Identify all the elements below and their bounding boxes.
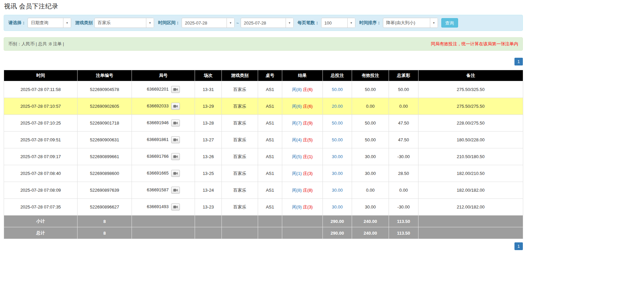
summary-row: 小计8290.00240.00113.50	[4, 216, 523, 227]
summary-payout: 113.50	[389, 227, 418, 239]
chevron-down-icon[interactable]: ▼	[430, 18, 438, 28]
video-icon	[173, 188, 178, 192]
date-from-picker[interactable]: 2025-07-28 ▼	[182, 18, 235, 28]
cell-total-bet: 50.00	[323, 81, 352, 98]
date-from-value: 2025-07-28	[182, 20, 210, 26]
cell-round: 636691493	[132, 199, 195, 216]
cell-game-type: 百家乐	[222, 165, 258, 182]
query-type-value: 日期查询	[28, 20, 51, 26]
round-video-button[interactable]	[171, 187, 180, 194]
total-bet-link[interactable]: 50.00	[332, 121, 343, 126]
cell-valid-bet: 0.00	[352, 98, 389, 115]
table-row: 2025-07-28 07:11:58522690904578636692201…	[4, 81, 523, 98]
summary-payout: 113.50	[389, 216, 418, 227]
cell-total-bet: 50.00	[323, 132, 352, 148]
page-1-button[interactable]: 1	[514, 58, 523, 65]
chevron-down-icon[interactable]: ▼	[227, 18, 234, 28]
round-video-button[interactable]	[171, 136, 180, 143]
cell-remark: 228.00/275.50	[418, 115, 523, 132]
total-bet-link[interactable]: 30.00	[332, 171, 343, 176]
column-header: 游戏类别	[222, 70, 258, 81]
summary-label: 总计	[4, 227, 78, 239]
query-type-select[interactable]: 日期查询 ▼	[28, 18, 71, 28]
cell-valid-bet: 30.00	[352, 165, 389, 182]
round-video-button[interactable]	[171, 203, 180, 210]
cell-bet-id: 522690900631	[78, 132, 132, 148]
total-bet-link[interactable]: 30.00	[332, 154, 343, 159]
result-player: 闲(6)	[292, 104, 302, 109]
cell-time: 2025-07-28 07:11:58	[4, 81, 78, 98]
summary-empty	[132, 227, 195, 239]
chevron-down-icon[interactable]: ▼	[146, 18, 154, 28]
cell-result: 闲(8) 庄(6)	[282, 81, 323, 98]
cell-table-number: AS1	[258, 132, 282, 148]
search-button[interactable]: 查询	[441, 18, 458, 28]
summary-empty	[132, 216, 195, 227]
cell-result: 闲(9) 庄(3)	[282, 199, 323, 216]
cell-session: 13-29	[195, 98, 222, 115]
sort-value: 降幂(由大到小)	[383, 20, 418, 26]
cell-round: 636691587	[132, 182, 195, 199]
page-container: 视讯 会员下注纪录 请选择： 日期查询 ▼ 游戏类别 百家乐 ▼ 时间区间： 2…	[4, 2, 523, 250]
records-foot: 小计8290.00240.00113.50总计8290.00240.00113.…	[4, 216, 523, 239]
page-size-value: 100	[321, 20, 335, 26]
cell-bet-id: 522690904578	[78, 81, 132, 98]
round-video-button[interactable]	[171, 170, 180, 177]
cell-payout: -30.00	[389, 199, 418, 216]
total-bet-link[interactable]: 50.00	[332, 137, 343, 142]
round-video-button[interactable]	[171, 153, 180, 160]
game-type-select[interactable]: 百家乐 ▼	[94, 18, 154, 28]
cell-total-bet: 30.00	[323, 165, 352, 182]
cell-game-type: 百家乐	[222, 81, 258, 98]
result-player: 闲(4)	[292, 137, 302, 142]
column-header: 时间	[4, 70, 78, 81]
video-icon	[173, 104, 178, 108]
cell-round: 636691665	[132, 165, 195, 182]
cell-table-number: AS1	[258, 148, 282, 165]
video-icon	[173, 121, 178, 125]
round-video-button[interactable]	[171, 120, 180, 127]
cell-total-bet: 30.00	[323, 148, 352, 165]
table-row: 2025-07-28 07:10:25522690901718636691946…	[4, 115, 523, 132]
page-size-select[interactable]: 100 ▼	[321, 18, 355, 28]
total-bet-link[interactable]: 20.00	[332, 104, 343, 109]
cell-valid-bet: 50.00	[352, 132, 389, 148]
total-bet-link[interactable]: 30.00	[332, 204, 343, 209]
summary-label: 小计	[4, 216, 78, 227]
chevron-down-icon[interactable]: ▼	[347, 18, 355, 28]
header-row: 时间注单编号局号场次游戏类别桌号结果总投注有效投注总派彩备注	[4, 70, 523, 81]
currency-total-text: 币别：人民币 | 总共 :8 注单 |	[8, 41, 64, 47]
result-player: 闲(8)	[292, 188, 302, 193]
chevron-down-icon[interactable]: ▼	[286, 18, 293, 28]
result-player: 闲(7)	[292, 121, 302, 126]
cell-valid-bet: 0.00	[352, 182, 389, 199]
pagination-top: 1	[4, 58, 523, 65]
sort-select[interactable]: 降幂(由大到小) ▼	[383, 18, 438, 28]
chevron-down-icon[interactable]: ▼	[63, 18, 71, 28]
cell-round: 636692201	[132, 81, 195, 98]
cell-result: 闲(8) 庄(8)	[282, 182, 323, 199]
cell-session: 13-23	[195, 199, 222, 216]
column-header: 桌号	[258, 70, 282, 81]
table-row: 2025-07-28 07:08:40522690898600636691665…	[4, 165, 523, 182]
page-1-button[interactable]: 1	[514, 242, 523, 250]
total-bet-link[interactable]: 30.00	[332, 188, 343, 193]
round-number: 636691665	[147, 171, 168, 176]
table-row: 2025-07-28 07:09:17522690899661636691766…	[4, 148, 523, 165]
time-range-label: 时间区间：	[158, 20, 180, 26]
round-video-button[interactable]	[171, 103, 180, 110]
column-header: 结果	[282, 70, 323, 81]
summary-empty	[258, 227, 282, 239]
round-video-button[interactable]	[171, 86, 180, 93]
summary-empty	[195, 216, 222, 227]
cell-total-bet: 50.00	[323, 115, 352, 132]
summary-empty	[258, 216, 282, 227]
cell-round: 636691946	[132, 115, 195, 132]
video-icon	[173, 172, 178, 175]
cell-remark: 182.00/182.00	[418, 182, 523, 199]
cell-session: 13-25	[195, 165, 222, 182]
video-icon	[173, 138, 178, 142]
date-to-picker[interactable]: 2025-07-28 ▼	[241, 18, 294, 28]
cell-table-number: AS1	[258, 81, 282, 98]
total-bet-link[interactable]: 50.00	[332, 87, 343, 92]
